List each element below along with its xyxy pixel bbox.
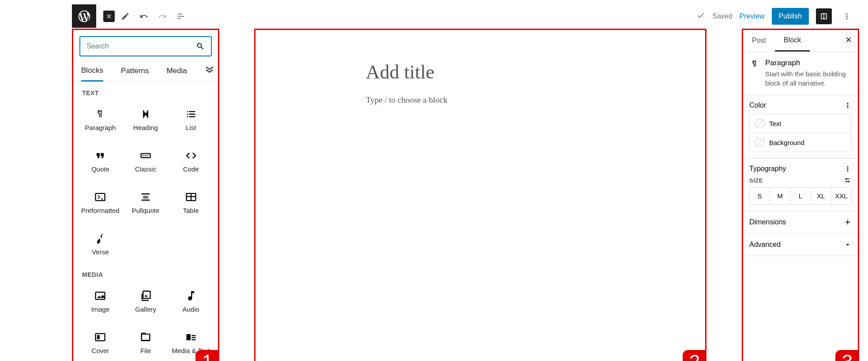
post-title-input[interactable]: Add title xyxy=(366,61,434,83)
block-file[interactable]: File xyxy=(123,323,169,361)
document-overview-icon[interactable] xyxy=(173,8,189,24)
paragraph-icon xyxy=(749,59,760,69)
settings-sidebar: Post Block Paragraph Start with the basi… xyxy=(742,29,859,361)
tab-patterns[interactable]: Patterns xyxy=(121,61,149,81)
block-placeholder[interactable]: Type / to choose a block xyxy=(366,95,447,105)
size-m[interactable]: M xyxy=(770,188,790,204)
block-quote[interactable]: Quote xyxy=(78,141,123,180)
search-icon xyxy=(196,42,205,51)
size-s[interactable]: S xyxy=(750,188,770,204)
block-preformatted[interactable]: Preformatted xyxy=(78,183,123,222)
color-text-button[interactable]: Text xyxy=(749,114,852,133)
annotation-2: 2 xyxy=(683,350,706,361)
text-color-swatch xyxy=(755,119,765,128)
svg-point-0 xyxy=(845,178,847,179)
background-color-swatch xyxy=(755,138,765,147)
color-label: Color xyxy=(749,101,766,109)
block-cover[interactable]: Cover xyxy=(78,323,123,361)
typography-label: Typography xyxy=(749,165,786,173)
block-gallery[interactable]: Gallery xyxy=(123,282,169,320)
size-settings-icon[interactable] xyxy=(844,176,852,184)
color-options-icon[interactable] xyxy=(844,101,852,109)
editor-canvas[interactable]: Add title Type / to choose a block 2 xyxy=(254,29,706,361)
color-panel: Color Text Background xyxy=(743,95,858,159)
pattern-explorer-icon[interactable] xyxy=(205,65,214,77)
size-xl[interactable]: XL xyxy=(811,188,831,204)
section-header-text: TEXT xyxy=(73,82,218,100)
editor-toolbar: Saved Preview Publish xyxy=(72,4,855,28)
more-options-icon[interactable] xyxy=(839,8,855,24)
search-input-wrapper[interactable] xyxy=(79,36,212,56)
block-verse[interactable]: Verse xyxy=(78,224,123,263)
inserter-tabs: Blocks Patterns Media xyxy=(73,61,218,82)
block-table[interactable]: Table xyxy=(168,183,214,222)
tab-blocks[interactable]: Blocks xyxy=(81,61,103,82)
block-code[interactable]: Code xyxy=(168,141,214,180)
block-description: Start with the basic building block of a… xyxy=(765,69,852,88)
svg-point-1 xyxy=(848,181,849,182)
block-heading[interactable]: Heading xyxy=(123,100,169,139)
annotation-3: 3 xyxy=(835,350,859,361)
edit-icon[interactable] xyxy=(117,8,133,24)
plus-icon xyxy=(844,218,852,226)
block-pullquote[interactable]: Pullquote xyxy=(123,183,169,222)
block-list[interactable]: List xyxy=(168,100,214,139)
size-l[interactable]: L xyxy=(790,188,811,204)
block-image[interactable]: Image xyxy=(78,282,123,320)
size-label: SIZE xyxy=(749,177,763,184)
size-xxl[interactable]: XXL xyxy=(831,188,851,204)
saved-check-icon xyxy=(696,11,705,22)
undo-icon[interactable] xyxy=(136,8,152,24)
tab-block[interactable]: Block xyxy=(775,30,810,52)
wordpress-logo[interactable] xyxy=(72,4,96,28)
close-inserter-button[interactable] xyxy=(103,11,115,22)
block-name: Paragraph xyxy=(765,59,852,67)
close-sidebar-icon[interactable] xyxy=(845,36,853,45)
annotation-1: 1 xyxy=(195,350,219,361)
preview-button[interactable]: Preview xyxy=(740,12,765,20)
block-info: Paragraph Start with the basic building … xyxy=(743,52,858,95)
block-classic[interactable]: Classic xyxy=(123,141,169,180)
advanced-panel[interactable]: Advanced xyxy=(743,234,858,256)
saved-label: Saved xyxy=(712,12,732,20)
typography-panel: Typography SIZE S M L XL XXL xyxy=(743,159,858,211)
block-inserter-panel: Blocks Patterns Media TEXT Paragraph Hea… xyxy=(72,29,219,361)
chevron-down-icon xyxy=(844,241,852,249)
settings-panel-toggle[interactable] xyxy=(816,8,832,24)
dimensions-panel[interactable]: Dimensions xyxy=(743,211,858,234)
publish-button[interactable]: Publish xyxy=(772,8,809,25)
block-paragraph[interactable]: Paragraph xyxy=(78,100,123,139)
tab-media[interactable]: Media xyxy=(166,61,187,81)
search-input[interactable] xyxy=(86,42,196,50)
redo-icon xyxy=(154,8,170,24)
tab-post[interactable]: Post xyxy=(743,30,775,51)
section-header-media: MEDIA xyxy=(73,263,218,282)
color-background-button[interactable]: Background xyxy=(749,133,852,152)
sidebar-tabs: Post Block xyxy=(743,30,858,52)
typography-options-icon[interactable] xyxy=(844,165,852,173)
size-button-group: S M L XL XXL xyxy=(749,187,852,205)
block-audio[interactable]: Audio xyxy=(168,282,214,320)
